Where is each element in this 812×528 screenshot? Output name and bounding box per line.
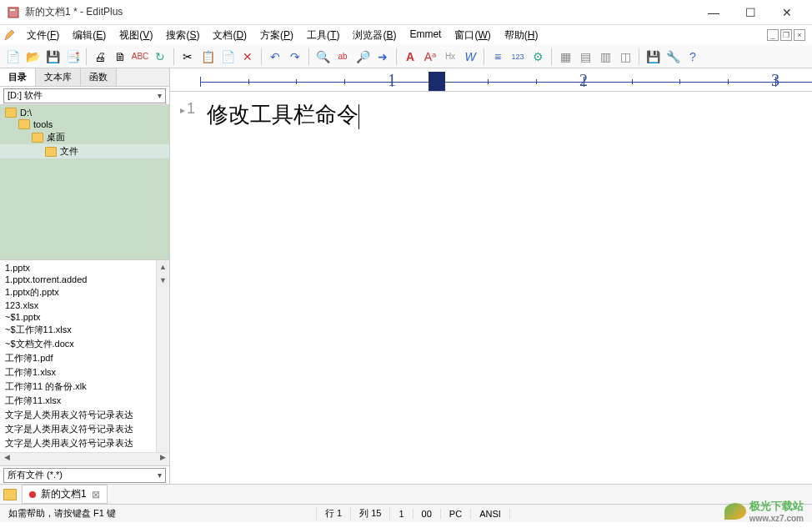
cut-button[interactable]: ✂ bbox=[178, 48, 197, 66]
replace-button[interactable]: ab bbox=[333, 48, 352, 66]
file-item[interactable]: 1.pptx bbox=[3, 262, 153, 274]
mdi-close-button[interactable]: × bbox=[794, 29, 805, 41]
help-button[interactable]: ? bbox=[684, 48, 702, 66]
indent-button[interactable]: ≡ bbox=[489, 48, 507, 66]
menu-3[interactable]: 搜索(S) bbox=[159, 27, 206, 44]
folder-icon bbox=[32, 133, 43, 143]
pencil-icon bbox=[3, 28, 17, 42]
modified-indicator-icon bbox=[29, 491, 36, 498]
sidebar: 目录 文本库 函数 [D:] 软件 D:\tools桌面文件 1.pptx1.p… bbox=[0, 68, 170, 484]
file-filter-row: 所有文件 (*.*) bbox=[0, 465, 169, 484]
menu-7[interactable]: 浏览器(B) bbox=[346, 27, 403, 44]
menu-6[interactable]: 工具(T) bbox=[300, 27, 346, 44]
ruler-number: 3 bbox=[771, 71, 779, 90]
file-item[interactable]: 工作簿11 的备份.xlk bbox=[3, 380, 153, 394]
export-button[interactable]: 💾 bbox=[644, 48, 662, 66]
paste-button[interactable]: 📄 bbox=[218, 48, 237, 66]
window2-button[interactable]: ▤ bbox=[576, 48, 594, 66]
file-item[interactable]: 文字是人类用表义符号记录表达 bbox=[3, 408, 153, 422]
tree-item[interactable]: D:\ bbox=[0, 107, 169, 118]
menu-4[interactable]: 文档(D) bbox=[206, 27, 253, 44]
save-button[interactable]: 💾 bbox=[43, 48, 62, 66]
settings-button[interactable]: ⚙ bbox=[529, 48, 547, 66]
document-tab[interactable]: 新的文档1 ⊠ bbox=[22, 485, 108, 504]
tree-item[interactable]: 文件 bbox=[0, 144, 169, 158]
column-button[interactable]: 123 bbox=[509, 48, 527, 66]
tree-item[interactable]: tools bbox=[0, 118, 169, 130]
window-title: 新的文档1 * - EditPlus bbox=[25, 5, 695, 19]
file-item[interactable]: ~$1.pptx bbox=[3, 311, 153, 323]
tree-item[interactable]: 桌面 bbox=[0, 130, 169, 144]
new-button[interactable]: 📄 bbox=[3, 48, 22, 66]
file-item[interactable]: 文字是人类用表义符号记录表达 bbox=[3, 422, 153, 436]
file-item[interactable]: 文字是人类用表义符号记录表达 bbox=[3, 436, 153, 450]
goto-button[interactable]: ➜ bbox=[373, 48, 392, 66]
ruler: 123 bbox=[170, 68, 812, 92]
find-button[interactable]: 🔍 bbox=[313, 48, 332, 66]
status-col: 列 15 bbox=[351, 507, 390, 520]
close-button[interactable]: ✕ bbox=[769, 1, 805, 24]
open-button[interactable]: 📂 bbox=[23, 48, 42, 66]
sidebar-tab-directory[interactable]: 目录 bbox=[0, 68, 36, 86]
file-item[interactable]: 工作簿11.xlsx bbox=[3, 394, 153, 408]
undo-button[interactable]: ↶ bbox=[266, 48, 284, 66]
menu-2[interactable]: 视图(V) bbox=[113, 27, 159, 44]
drive-combo[interactable]: [D:] 软件 bbox=[3, 88, 166, 103]
window3-button[interactable]: ▥ bbox=[596, 48, 614, 66]
filelist-hscroll[interactable]: ◀▶ bbox=[0, 452, 169, 465]
status-sel: 1 bbox=[390, 509, 413, 519]
menu-0[interactable]: 文件(F) bbox=[20, 27, 66, 44]
window4-button[interactable]: ◫ bbox=[616, 48, 634, 66]
copy-button[interactable]: 📋 bbox=[198, 48, 217, 66]
delete-button[interactable]: ✕ bbox=[238, 48, 257, 66]
menu-8[interactable]: Emmet bbox=[403, 27, 448, 44]
status-pc: PC bbox=[441, 509, 471, 519]
editor-body[interactable]: ▸1 修改工具栏命令 bbox=[170, 92, 812, 484]
window1-button[interactable]: ▦ bbox=[556, 48, 574, 66]
mdi-minimize-button[interactable]: _ bbox=[767, 29, 779, 41]
hex-button[interactable]: Hx bbox=[441, 48, 459, 66]
folder-icon bbox=[18, 119, 30, 129]
file-item[interactable]: 123.xlsx bbox=[3, 299, 153, 311]
file-item[interactable]: ~$文档文件.docx bbox=[3, 337, 153, 351]
redo-button[interactable]: ↷ bbox=[286, 48, 304, 66]
svg-rect-1 bbox=[10, 9, 15, 11]
file-list[interactable]: 1.pptx1.pptx.torrent.added1.pptx的.pptx12… bbox=[0, 260, 156, 452]
file-item[interactable]: 工作簿1.pdf bbox=[3, 351, 153, 365]
file-item[interactable]: 工作簿1.xlsx bbox=[3, 365, 153, 380]
ruler-cursor-mark bbox=[429, 72, 445, 92]
findfiles-button[interactable]: 🔎 bbox=[353, 48, 372, 66]
sidebar-tab-cliptext[interactable]: 文本库 bbox=[36, 68, 81, 86]
status-line: 行 1 bbox=[317, 507, 351, 520]
file-item[interactable]: 1.pptx.torrent.added bbox=[3, 274, 153, 285]
folder-tree[interactable]: D:\tools桌面文件 bbox=[0, 105, 169, 260]
preview-button[interactable]: 🗎 bbox=[111, 48, 129, 66]
minimize-button[interactable]: — bbox=[695, 1, 732, 24]
menu-5[interactable]: 方案(P) bbox=[253, 27, 300, 44]
editor-text-area[interactable]: 修改工具栏命令 bbox=[200, 92, 812, 484]
menubar: 文件(F)编辑(E)视图(V)搜索(S)文档(D)方案(P)工具(T)浏览器(B… bbox=[0, 25, 812, 45]
mdi-restore-button[interactable]: ❐ bbox=[780, 29, 792, 41]
menu-1[interactable]: 编辑(E) bbox=[66, 27, 113, 44]
menu-10[interactable]: 帮助(H) bbox=[498, 27, 545, 44]
tab-close-button[interactable]: ⊠ bbox=[92, 489, 100, 500]
app-icon bbox=[7, 6, 20, 19]
tool-button[interactable]: 🔧 bbox=[664, 48, 682, 66]
filelist-scrollbar[interactable]: ▲▼ bbox=[156, 260, 169, 452]
refresh-button[interactable]: ↻ bbox=[151, 48, 169, 66]
file-item[interactable]: ~$工作簿11.xlsx bbox=[3, 323, 153, 337]
print-button[interactable]: 🖨 bbox=[91, 48, 109, 66]
status-encoding: ANSI bbox=[471, 509, 510, 519]
editor-area: 123 ▸1 修改工具栏命令 bbox=[170, 68, 812, 484]
sidebar-tab-functions[interactable]: 函数 bbox=[81, 68, 117, 86]
folder-icon bbox=[3, 489, 17, 500]
fontsize-button[interactable]: Aᵃ bbox=[421, 48, 439, 66]
wordwrap-button[interactable]: W bbox=[461, 48, 479, 66]
maximize-button[interactable]: ☐ bbox=[732, 1, 769, 24]
menu-9[interactable]: 窗口(W) bbox=[448, 27, 497, 44]
font-button[interactable]: A bbox=[401, 48, 419, 66]
file-item[interactable]: 1.pptx的.pptx bbox=[3, 285, 153, 299]
saveall-button[interactable]: 📑 bbox=[63, 48, 82, 66]
spellcheck-button[interactable]: ABC bbox=[131, 48, 149, 66]
file-filter-combo[interactable]: 所有文件 (*.*) bbox=[3, 468, 166, 483]
